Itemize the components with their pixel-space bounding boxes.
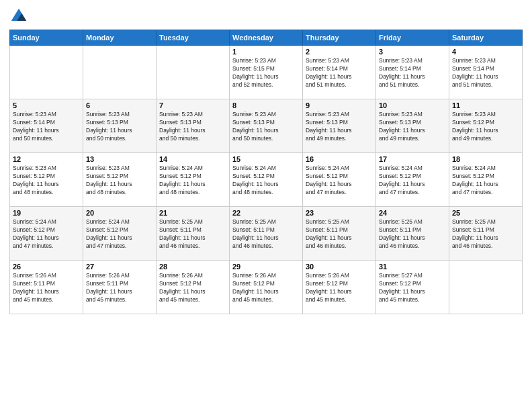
day-info: Sunrise: 5:25 AM Sunset: 5:11 PM Dayligh… (232, 218, 300, 250)
calendar-table: SundayMondayTuesdayWednesdayThursdayFrid… (9, 30, 523, 314)
calendar-cell: 13Sunrise: 5:23 AM Sunset: 5:12 PM Dayli… (83, 153, 157, 207)
calendar-cell: 1Sunrise: 5:23 AM Sunset: 5:15 PM Daylig… (230, 46, 303, 99)
calendar-cell (10, 46, 83, 99)
logo (9, 7, 30, 26)
day-info: Sunrise: 5:26 AM Sunset: 5:11 PM Dayligh… (13, 272, 80, 304)
calendar-cell: 14Sunrise: 5:24 AM Sunset: 5:12 PM Dayli… (157, 153, 230, 207)
day-info: Sunrise: 5:24 AM Sunset: 5:12 PM Dayligh… (306, 165, 373, 197)
day-info: Sunrise: 5:23 AM Sunset: 5:13 PM Dayligh… (379, 111, 446, 143)
day-number: 10 (379, 101, 446, 109)
day-info: Sunrise: 5:23 AM Sunset: 5:12 PM Dayligh… (452, 111, 519, 143)
day-number: 30 (306, 263, 373, 271)
calendar-cell: 20Sunrise: 5:24 AM Sunset: 5:12 PM Dayli… (83, 207, 157, 261)
day-info: Sunrise: 5:23 AM Sunset: 5:14 PM Dayligh… (379, 57, 446, 89)
day-number: 31 (379, 263, 446, 271)
day-info: Sunrise: 5:23 AM Sunset: 5:12 PM Dayligh… (13, 165, 80, 197)
day-number: 20 (86, 209, 153, 217)
day-info: Sunrise: 5:23 AM Sunset: 5:15 PM Dayligh… (232, 57, 300, 89)
calendar-cell (449, 261, 523, 314)
week-row-3: 12Sunrise: 5:23 AM Sunset: 5:12 PM Dayli… (10, 153, 523, 207)
logo-icon (9, 7, 28, 26)
day-info: Sunrise: 5:25 AM Sunset: 5:11 PM Dayligh… (379, 218, 446, 250)
day-number: 1 (232, 48, 300, 56)
day-number: 22 (232, 209, 300, 217)
calendar-cell: 26Sunrise: 5:26 AM Sunset: 5:11 PM Dayli… (10, 261, 83, 314)
day-number: 6 (86, 101, 153, 109)
weekday-header-sunday: Sunday (10, 30, 83, 46)
day-info: Sunrise: 5:24 AM Sunset: 5:12 PM Dayligh… (232, 165, 300, 197)
day-info: Sunrise: 5:24 AM Sunset: 5:12 PM Dayligh… (159, 165, 226, 197)
calendar-cell: 22Sunrise: 5:25 AM Sunset: 5:11 PM Dayli… (230, 207, 303, 261)
day-info: Sunrise: 5:23 AM Sunset: 5:12 PM Dayligh… (86, 165, 153, 197)
calendar-cell: 30Sunrise: 5:26 AM Sunset: 5:12 PM Dayli… (303, 261, 376, 314)
day-info: Sunrise: 5:26 AM Sunset: 5:11 PM Dayligh… (86, 272, 153, 304)
calendar-cell: 17Sunrise: 5:24 AM Sunset: 5:12 PM Dayli… (376, 153, 449, 207)
calendar-cell: 24Sunrise: 5:25 AM Sunset: 5:11 PM Dayli… (376, 207, 449, 261)
calendar-cell: 15Sunrise: 5:24 AM Sunset: 5:12 PM Dayli… (230, 153, 303, 207)
day-info: Sunrise: 5:26 AM Sunset: 5:12 PM Dayligh… (232, 272, 300, 304)
calendar-cell: 10Sunrise: 5:23 AM Sunset: 5:13 PM Dayli… (376, 99, 449, 153)
calendar-cell: 3Sunrise: 5:23 AM Sunset: 5:14 PM Daylig… (376, 46, 449, 99)
page: SundayMondayTuesdayWednesdayThursdayFrid… (0, 0, 532, 411)
day-info: Sunrise: 5:23 AM Sunset: 5:13 PM Dayligh… (306, 111, 373, 143)
calendar-cell (157, 46, 230, 99)
day-number: 26 (13, 263, 80, 271)
day-info: Sunrise: 5:26 AM Sunset: 5:12 PM Dayligh… (159, 272, 226, 304)
day-info: Sunrise: 5:25 AM Sunset: 5:11 PM Dayligh… (159, 218, 226, 250)
calendar-cell: 16Sunrise: 5:24 AM Sunset: 5:12 PM Dayli… (303, 153, 376, 207)
day-number: 3 (379, 48, 446, 56)
calendar-cell: 5Sunrise: 5:23 AM Sunset: 5:14 PM Daylig… (10, 99, 83, 153)
calendar-cell: 23Sunrise: 5:25 AM Sunset: 5:11 PM Dayli… (303, 207, 376, 261)
calendar-cell: 9Sunrise: 5:23 AM Sunset: 5:13 PM Daylig… (303, 99, 376, 153)
calendar-cell: 7Sunrise: 5:23 AM Sunset: 5:13 PM Daylig… (157, 99, 230, 153)
day-number: 21 (159, 209, 226, 217)
day-info: Sunrise: 5:26 AM Sunset: 5:12 PM Dayligh… (306, 272, 373, 304)
day-info: Sunrise: 5:23 AM Sunset: 5:14 PM Dayligh… (452, 57, 519, 89)
week-row-2: 5Sunrise: 5:23 AM Sunset: 5:14 PM Daylig… (10, 99, 523, 153)
week-row-5: 26Sunrise: 5:26 AM Sunset: 5:11 PM Dayli… (10, 261, 523, 314)
day-number: 4 (452, 48, 519, 56)
day-number: 24 (379, 209, 446, 217)
calendar-cell: 2Sunrise: 5:23 AM Sunset: 5:14 PM Daylig… (303, 46, 376, 99)
day-info: Sunrise: 5:24 AM Sunset: 5:12 PM Dayligh… (452, 165, 519, 197)
day-number: 18 (452, 155, 519, 163)
day-info: Sunrise: 5:25 AM Sunset: 5:11 PM Dayligh… (306, 218, 373, 250)
day-number: 23 (306, 209, 373, 217)
day-number: 13 (86, 155, 153, 163)
day-number: 12 (13, 155, 80, 163)
day-number: 16 (306, 155, 373, 163)
day-info: Sunrise: 5:25 AM Sunset: 5:11 PM Dayligh… (452, 218, 519, 250)
calendar-cell: 4Sunrise: 5:23 AM Sunset: 5:14 PM Daylig… (449, 46, 523, 99)
calendar-cell: 11Sunrise: 5:23 AM Sunset: 5:12 PM Dayli… (449, 99, 523, 153)
day-info: Sunrise: 5:23 AM Sunset: 5:14 PM Dayligh… (13, 111, 80, 143)
day-number: 14 (159, 155, 226, 163)
day-number: 5 (13, 101, 80, 109)
day-info: Sunrise: 5:23 AM Sunset: 5:13 PM Dayligh… (86, 111, 153, 143)
calendar-cell: 31Sunrise: 5:27 AM Sunset: 5:12 PM Dayli… (376, 261, 449, 314)
day-number: 17 (379, 155, 446, 163)
week-row-4: 19Sunrise: 5:24 AM Sunset: 5:12 PM Dayli… (10, 207, 523, 261)
day-number: 11 (452, 101, 519, 109)
weekday-header-wednesday: Wednesday (230, 30, 303, 46)
calendar-cell: 27Sunrise: 5:26 AM Sunset: 5:11 PM Dayli… (83, 261, 157, 314)
day-number: 25 (452, 209, 519, 217)
day-number: 9 (306, 101, 373, 109)
weekday-header-thursday: Thursday (303, 30, 376, 46)
calendar-cell: 8Sunrise: 5:23 AM Sunset: 5:13 PM Daylig… (230, 99, 303, 153)
day-info: Sunrise: 5:23 AM Sunset: 5:14 PM Dayligh… (306, 57, 373, 89)
weekday-header-monday: Monday (83, 30, 157, 46)
day-number: 29 (232, 263, 300, 271)
calendar-cell: 25Sunrise: 5:25 AM Sunset: 5:11 PM Dayli… (449, 207, 523, 261)
weekday-header-tuesday: Tuesday (157, 30, 230, 46)
calendar-cell: 29Sunrise: 5:26 AM Sunset: 5:12 PM Dayli… (230, 261, 303, 314)
day-number: 19 (13, 209, 80, 217)
day-info: Sunrise: 5:23 AM Sunset: 5:13 PM Dayligh… (159, 111, 226, 143)
weekday-header-saturday: Saturday (449, 30, 523, 46)
day-number: 27 (86, 263, 153, 271)
calendar-cell: 12Sunrise: 5:23 AM Sunset: 5:12 PM Dayli… (10, 153, 83, 207)
day-number: 7 (159, 101, 226, 109)
calendar-cell: 28Sunrise: 5:26 AM Sunset: 5:12 PM Dayli… (157, 261, 230, 314)
day-info: Sunrise: 5:24 AM Sunset: 5:12 PM Dayligh… (86, 218, 153, 250)
day-number: 8 (232, 101, 300, 109)
calendar-cell: 21Sunrise: 5:25 AM Sunset: 5:11 PM Dayli… (157, 207, 230, 261)
